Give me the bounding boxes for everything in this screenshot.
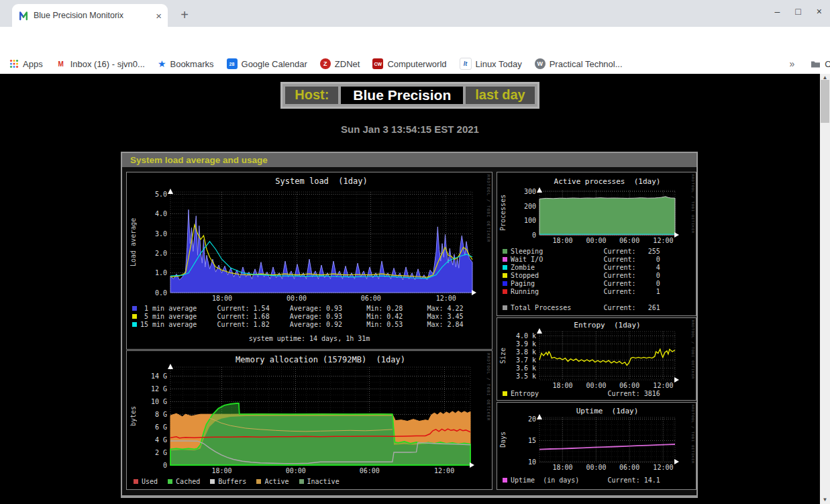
bookmark-zdnet[interactable]: Z ZDNet: [320, 58, 360, 69]
x-tick-label: 06:00: [360, 467, 380, 474]
scrollbar-thumb[interactable]: [821, 80, 829, 123]
new-tab-button[interactable]: +: [176, 7, 193, 24]
bookmarks-bar: Apps M Inbox (16) - sjvn0... ★ Bookmarks…: [0, 54, 830, 74]
monitorix-favicon-icon: [18, 10, 29, 21]
tab-close-icon[interactable]: ×: [156, 11, 162, 21]
y-tick-label: 3.5 k: [516, 372, 536, 380]
computerworld-icon: CW: [372, 58, 383, 69]
y-tick-label: 3.8 k: [516, 348, 536, 356]
y-axis-arrow: [168, 364, 173, 369]
x-tick-label: 18:00: [211, 467, 231, 474]
legend-row: Zombie Current: 4: [503, 264, 660, 271]
legend-swatch: [132, 322, 137, 327]
y-tick-label: 0.0: [155, 289, 167, 297]
y-tick-label: 3.0: [155, 230, 167, 238]
x-tick-label: 12:00: [653, 237, 673, 244]
rrdtool-credit: RRDTOOL / TOBI OETIKER: [486, 353, 491, 421]
legend-swatch: [503, 265, 507, 270]
legend-row: Wait I/O Current: 0: [503, 256, 660, 263]
y-tick-label: 15: [528, 437, 536, 444]
minimize-button[interactable]: –: [775, 6, 780, 17]
rrdtool-credit: RRDTOOL / TOBI OETIKER: [486, 174, 491, 242]
y-tick-label: 4.0: [155, 210, 167, 217]
legend-swatch: [299, 479, 304, 484]
chart-title: Entropy (1day): [539, 321, 675, 330]
toolbar: ← → ⌂ localhost:8080/monitorix-cgi/monit…: [0, 27, 830, 54]
calendar-icon: 28: [227, 58, 238, 69]
y-tick-label: 100: [524, 217, 536, 224]
vertical-scrollbar[interactable]: ▲ ▼: [820, 74, 830, 504]
legend-row: 15 min average Current: 1.82 Average: 0.…: [132, 321, 464, 328]
bookmark-bookmarks[interactable]: ★ Bookmarks: [158, 58, 214, 69]
apps-shortcut[interactable]: Apps: [9, 59, 43, 69]
folder-icon: [811, 60, 821, 68]
legend-swatch: [503, 249, 507, 254]
other-bookmarks[interactable]: Other bookmarks: [811, 59, 830, 69]
x-tick-label: 12:00: [434, 467, 454, 474]
chart-title: Memory allocation (15792MB) (1day): [170, 355, 470, 364]
legend-row: Uptime (in days) Current: 14.1: [503, 476, 660, 484]
entropy-graph[interactable]: 3.5 k3.6 k3.7 k3.8 k3.9 k4.0 k18:0000:00…: [497, 318, 696, 400]
series-uptime: [539, 444, 675, 450]
rrdtool-credit: RRDTOOL / TOBI OETIKER: [691, 174, 695, 234]
host-label: Host:: [285, 87, 338, 104]
zdnet-icon: Z: [320, 58, 331, 69]
y-axis-label: bytes: [128, 367, 138, 465]
entropy-plot-svg: 3.5 k3.6 k3.7 k3.8 k3.9 k4.0 k18:0000:00…: [497, 318, 696, 400]
legend-swatch: [503, 257, 507, 262]
memory-graph[interactable]: 02 G4 G6 G8 G10 G12 G14 G18:0000:0006:00…: [127, 351, 492, 489]
legend-row: 5 min average Current: 1.68 Average: 0.9…: [132, 313, 464, 320]
y-axis-label: Size: [499, 332, 507, 380]
bookmark-google-calendar[interactable]: 28 Google Calendar: [227, 58, 307, 69]
maximize-button[interactable]: □: [795, 6, 800, 17]
y-tick-label: 0: [532, 232, 536, 239]
bookmark-practical-technology[interactable]: W Practical Technol...: [535, 58, 623, 69]
series-sleeping: [539, 197, 675, 235]
x-tick-label: 12:00: [436, 295, 456, 302]
x-axis-arrow: [470, 462, 474, 468]
rrdtool-credit: RRDTOOL / TOBI OETIKER: [691, 405, 695, 464]
apps-grid-icon: [9, 59, 19, 68]
memory-panel: 02 G4 G6 G8 G10 G12 G14 G18:0000:0006:00…: [126, 350, 492, 490]
legend-row: Stopped Current: 0: [503, 272, 660, 279]
uptime-panel: 10152018:0000:0006:0012:00 Uptime (1day)…: [497, 402, 696, 490]
legend-row: Sleeping Current: 255: [503, 248, 660, 255]
entropy-panel: 3.5 k3.6 k3.7 k3.8 k3.9 k4.0 k18:0000:00…: [497, 317, 696, 401]
legend-swatch: [503, 281, 507, 286]
bookmark-linux-today[interactable]: lt Linux Today: [460, 58, 522, 70]
y-tick-label: 2 G: [155, 449, 167, 456]
x-tick-label: 12:00: [653, 464, 673, 471]
linux-today-icon: lt: [460, 58, 472, 70]
x-tick-label: 18:00: [552, 382, 572, 389]
system-uptime-note: system uptime: 14 days, 1h 31m: [127, 335, 492, 342]
legend-swatch: [132, 306, 137, 311]
legend-swatch: [503, 289, 507, 294]
host-header: Host: Blue Precision last day: [0, 82, 820, 109]
y-axis-arrow: [168, 189, 173, 194]
bookmark-computerworld[interactable]: CW Computerworld: [372, 58, 446, 69]
y-tick-label: 4 G: [155, 436, 167, 444]
bookmarks-overflow-chevron[interactable]: »: [790, 58, 795, 69]
x-axis-arrow: [674, 459, 679, 464]
scroll-down-icon[interactable]: ▼: [820, 496, 830, 504]
x-tick-label: 06:00: [619, 237, 639, 244]
x-tick-label: 18:00: [552, 237, 572, 244]
close-button[interactable]: ×: [817, 6, 822, 17]
browser-window: Blue Precision Monitorix × + – □ × ← → ⌂…: [0, 0, 830, 504]
x-axis-arrow: [674, 377, 679, 383]
y-tick-label: 200: [524, 203, 536, 210]
y-axis-label: Load average: [128, 192, 138, 293]
chart-title: Active processes (1day): [539, 177, 675, 186]
x-tick-label: 00:00: [586, 237, 606, 244]
legend-swatch: [503, 391, 507, 396]
browser-tab[interactable]: Blue Precision Monitorix ×: [12, 4, 168, 27]
tab-strip: Blue Precision Monitorix × + – □ ×: [0, 0, 830, 27]
x-tick-label: 12:00: [653, 382, 673, 389]
x-tick-label: 00:00: [586, 382, 606, 389]
bookmark-inbox[interactable]: M Inbox (16) - sjvn0...: [56, 58, 145, 69]
legend-swatch: [210, 479, 215, 484]
memory-legend: Used Cached Buffers Active Inactive: [134, 478, 340, 485]
y-tick-label: 300: [524, 188, 536, 195]
window-controls: – □ ×: [775, 6, 822, 17]
report-date: Sun Jan 3 13:54:15 EST 2021: [0, 123, 820, 135]
